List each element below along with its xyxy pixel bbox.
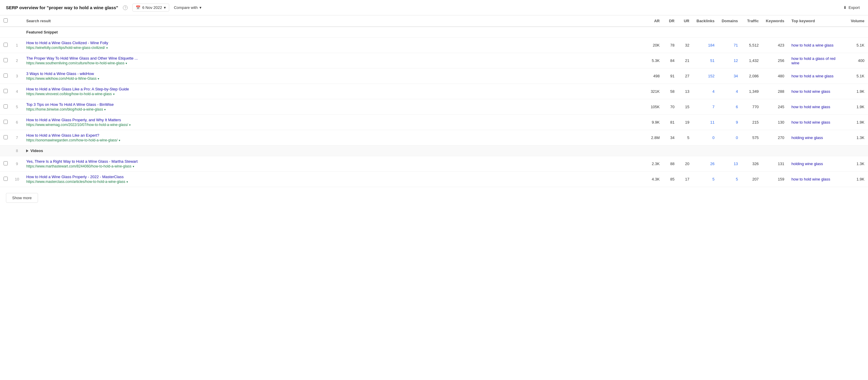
- url-dropdown-icon[interactable]: ▾: [126, 62, 127, 65]
- row-number: 10: [11, 172, 23, 187]
- result-url-link[interactable]: https://winefolly.com/tips/hold-wine-gla…: [26, 46, 105, 50]
- row-checkbox-1[interactable]: [4, 43, 8, 47]
- result-combined: How to Hold a Wine Glass Properly, and W…: [26, 118, 642, 127]
- search-result-cell: How to Hold a Wine Glass Like an Expert?…: [23, 130, 645, 145]
- result-title-link[interactable]: Top 3 Tips on How To Hold A Wine Glass -…: [26, 102, 642, 107]
- row-checkbox-9[interactable]: [4, 161, 8, 165]
- top-keyword-cell: how to hold a wine glass: [788, 68, 847, 84]
- row-number: 4: [11, 84, 23, 99]
- volume-value: 5.1K: [847, 68, 868, 84]
- backlinks-value: 184: [693, 38, 718, 53]
- traffic-value: 5,512: [742, 38, 762, 53]
- help-icon[interactable]: ?: [123, 5, 128, 10]
- header-volume[interactable]: Volume: [847, 15, 868, 27]
- row-checkbox-2[interactable]: [4, 58, 8, 62]
- header-traffic[interactable]: Traffic: [742, 15, 762, 27]
- videos-cell: Videos: [23, 145, 868, 156]
- volume-value: 5.1K: [847, 38, 868, 53]
- volume-value: 1.9K: [847, 172, 868, 187]
- result-combined: How to Hold a Wine Glass Like a Pro: A S…: [26, 87, 642, 96]
- ur-value: 19: [678, 115, 693, 130]
- result-url-link[interactable]: https://www.winemag.com/2022/10/07/how-t…: [26, 123, 128, 127]
- result-title-link[interactable]: Yes, There Is a Right Way to Hold a Wine…: [26, 159, 642, 164]
- table-row-videos: 8 Videos: [0, 145, 868, 156]
- header-ur[interactable]: UR: [678, 15, 693, 27]
- result-url-link[interactable]: https://sonomawinegarden.com/how-to-hold…: [26, 138, 117, 142]
- volume-value: 1.3K: [847, 130, 868, 145]
- top-keyword-link[interactable]: how to hold a wine glass: [792, 43, 834, 47]
- result-url-link[interactable]: https://www.southernliving.com/culture/h…: [26, 61, 124, 65]
- result-title-link[interactable]: How to Hold a Wine Glass Like a Pro: A S…: [26, 87, 642, 91]
- top-keyword-link[interactable]: holding wine glass: [792, 162, 823, 166]
- result-title-link[interactable]: How to Hold a Wine Glass Civilized - Win…: [26, 41, 642, 45]
- traffic-value: 326: [742, 156, 762, 172]
- date-selector[interactable]: 📅 6 Nov 2022 ▾: [132, 4, 169, 11]
- result-title-link[interactable]: How to Hold a Wine Glass Properly, and W…: [26, 118, 642, 122]
- row-checkbox-6[interactable]: [4, 120, 8, 124]
- result-url-link[interactable]: https://www.masterclass.com/articles/how…: [26, 180, 125, 184]
- result-combined: How to Hold a Wine Glass Properly - 2022…: [26, 175, 642, 184]
- dr-value: 84: [663, 53, 678, 68]
- export-icon: ⬇: [843, 5, 847, 10]
- ar-value: 321K: [645, 84, 663, 99]
- videos-label-text: Videos: [30, 148, 43, 153]
- url-dropdown-icon[interactable]: ▾: [106, 46, 108, 49]
- result-url-link[interactable]: https://home.binwise.com/blog/hold-a-win…: [26, 107, 103, 111]
- result-url: https://sonomawinegarden.com/how-to-hold…: [26, 138, 642, 142]
- header-keywords[interactable]: Keywords: [762, 15, 788, 27]
- row-checkbox-3[interactable]: [4, 73, 8, 78]
- result-title-link[interactable]: The Proper Way To Hold Wine Glass and Ot…: [26, 56, 642, 61]
- traffic-value: 2,086: [742, 68, 762, 84]
- expand-triangle-icon[interactable]: [26, 149, 29, 152]
- result-title-link[interactable]: 3 Ways to Hold a Wine Glass - wikiHow: [26, 71, 642, 76]
- top-keyword-link[interactable]: how to hold wine glass: [792, 89, 830, 94]
- compare-selector[interactable]: Compare with ▾: [174, 5, 202, 10]
- row-checkbox-5[interactable]: [4, 104, 8, 108]
- header-ar[interactable]: AR: [645, 15, 663, 27]
- url-dropdown-icon[interactable]: ▾: [104, 108, 106, 111]
- volume-value: 1.9K: [847, 115, 868, 130]
- ar-value: 2.3K: [645, 156, 663, 172]
- header: SERP overview for "proper way to hold a …: [0, 0, 868, 15]
- backlinks-value: 152: [693, 68, 718, 84]
- url-dropdown-icon[interactable]: ▾: [119, 139, 120, 142]
- result-title-link[interactable]: How to Hold a Wine Glass Properly - 2022…: [26, 175, 642, 179]
- top-keyword-link[interactable]: holding wine glass: [792, 135, 823, 140]
- result-url-link[interactable]: https://www.wikihow.com/Hold-a-Wine-Glas…: [26, 76, 96, 81]
- top-keyword-link[interactable]: how to hold wine glass: [792, 105, 830, 109]
- url-dropdown-icon[interactable]: ▾: [113, 93, 115, 96]
- results-table-container: Search result AR DR UR Backlinks Domains: [0, 15, 868, 187]
- ar-value: 498: [645, 68, 663, 84]
- export-button[interactable]: ⬇ Export: [841, 4, 862, 11]
- volume-value: 1.3K: [847, 156, 868, 172]
- checkbox-cell: [0, 172, 11, 187]
- row-checkbox-4[interactable]: [4, 89, 8, 93]
- result-url-link[interactable]: https://www.marthastewart.com/8244060/ho…: [26, 164, 131, 168]
- result-title-link[interactable]: How to Hold a Wine Glass Like an Expert?: [26, 133, 642, 138]
- header-dr[interactable]: DR: [663, 15, 678, 27]
- select-all-checkbox[interactable]: [4, 19, 8, 23]
- result-url-link[interactable]: https://www.vinovest.co/blog/how-to-hold…: [26, 92, 112, 96]
- row-checkbox-10[interactable]: [4, 177, 8, 181]
- top-keyword-link[interactable]: how to hold a wine glass: [792, 74, 834, 78]
- date-chevron-icon: ▾: [164, 5, 166, 10]
- domains-value: 5: [718, 172, 742, 187]
- url-dropdown-icon[interactable]: ▾: [129, 123, 131, 127]
- checkbox-cell: [0, 145, 11, 156]
- header-backlinks[interactable]: Backlinks: [693, 15, 718, 27]
- url-dropdown-icon[interactable]: ▾: [98, 77, 99, 80]
- url-dropdown-icon[interactable]: ▾: [126, 180, 128, 183]
- row-number: 1: [11, 38, 23, 53]
- header-top-keyword[interactable]: Top keyword: [788, 15, 847, 27]
- top-keyword-link[interactable]: how to hold wine glass: [792, 177, 830, 181]
- top-keyword-link[interactable]: how to hold wine glass: [792, 120, 830, 125]
- show-more-button[interactable]: Show more: [6, 193, 38, 203]
- ur-value: 32: [678, 38, 693, 53]
- top-keyword-link[interactable]: how to hold a glass of red wine: [792, 56, 835, 65]
- top-keyword-cell: how to hold wine glass: [788, 172, 847, 187]
- url-dropdown-icon[interactable]: ▾: [133, 165, 134, 168]
- header-domains[interactable]: Domains: [718, 15, 742, 27]
- row-checkbox-7[interactable]: [4, 135, 8, 139]
- ur-value: 27: [678, 68, 693, 84]
- top-keyword-cell: how to hold wine glass: [788, 115, 847, 130]
